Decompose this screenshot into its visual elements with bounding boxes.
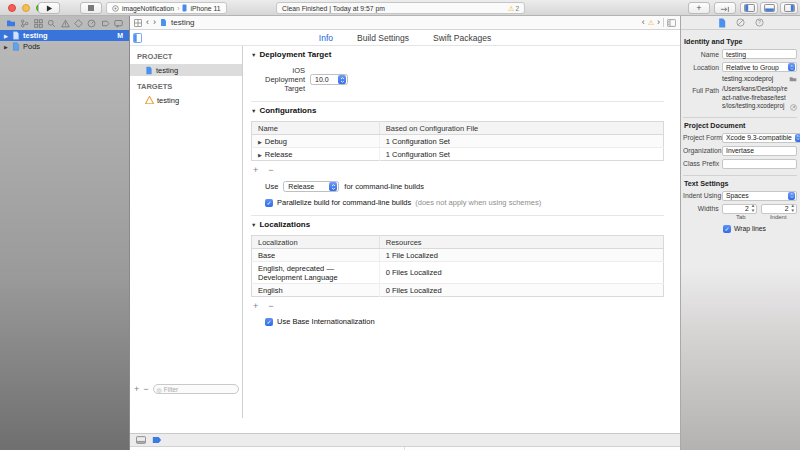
project-format-label: Project Format: [683, 133, 719, 142]
back-button[interactable]: ‹: [146, 18, 149, 27]
section-disclosure-icon[interactable]: ▼: [251, 108, 256, 114]
activity-viewer[interactable]: Clean Finished | Today at 9:57 pm ⚠ 2: [276, 2, 525, 14]
ios-deployment-dropdown[interactable]: 10.0: [310, 74, 348, 85]
spacer-label: [683, 75, 719, 77]
project-navigator-tab[interactable]: [6, 19, 16, 27]
base-internationalization-row[interactable]: ✓ Use Base Internationalization: [265, 317, 664, 326]
source-control-navigator-tab[interactable]: [20, 19, 29, 28]
run-button[interactable]: [38, 2, 60, 14]
scheme-name: imageNotification: [122, 5, 174, 12]
wrap-lines-checkbox-row[interactable]: ✓ Wrap lines: [723, 225, 797, 233]
disclosure-icon[interactable]: ▶: [4, 33, 9, 39]
quick-help-inspector-tab[interactable]: ?: [755, 18, 764, 27]
report-navigator-tab[interactable]: [114, 19, 123, 28]
test-navigator-tab[interactable]: [74, 19, 83, 28]
breakpoints-toggle-icon[interactable]: [152, 436, 162, 444]
checkbox-checked-icon[interactable]: ✓: [265, 318, 273, 326]
section-disclosure-icon[interactable]: ▼: [251, 222, 256, 228]
next-issue-button[interactable]: ›: [657, 18, 660, 27]
remove-target-button[interactable]: −: [143, 385, 148, 394]
configurations-section-header[interactable]: ▼ Configurations: [251, 106, 664, 115]
close-window-button[interactable]: [8, 4, 16, 12]
tab-info[interactable]: Info: [319, 33, 333, 43]
debug-area-toggle-button[interactable]: [760, 2, 778, 14]
name-field[interactable]: testing: [722, 49, 797, 59]
editor-arrows-button[interactable]: [714, 2, 736, 14]
remove-localization-button[interactable]: −: [268, 302, 273, 311]
stepper-arrows-icon[interactable]: ▲▼: [791, 204, 795, 212]
tab-width-stepper[interactable]: 2 ▲▼: [722, 204, 758, 214]
nav-item-testing-project[interactable]: ▶ testing M: [0, 30, 129, 41]
indent-width-stepper[interactable]: 2 ▲▼: [761, 204, 797, 214]
target-item-testing[interactable]: testing: [130, 94, 242, 106]
open-in-finder-arrow-icon[interactable]: [790, 104, 797, 111]
symbol-navigator-tab[interactable]: [34, 19, 43, 28]
add-localization-button[interactable]: +: [253, 302, 258, 311]
previous-issue-button[interactable]: ‹: [642, 18, 645, 27]
row-disclosure-icon[interactable]: ▶: [258, 139, 262, 145]
issue-triangle-icon: [61, 19, 70, 28]
scheme-selector[interactable]: imageNotification › iPhone 11: [106, 2, 227, 14]
dropdown-value: Xcode 9.3-compatible: [723, 134, 795, 141]
related-items-icon[interactable]: [134, 19, 142, 27]
wrap-lines-label: Wrap lines: [734, 225, 766, 232]
tab-swift-packages[interactable]: Swift Packages: [433, 33, 491, 43]
debug-navigator-tab[interactable]: [87, 19, 96, 28]
jumpbar-file-name[interactable]: testing: [171, 18, 195, 27]
project-item-testing[interactable]: testing: [130, 64, 242, 76]
column-header-resources[interactable]: Resources: [379, 236, 663, 249]
folder-icon[interactable]: [789, 76, 797, 82]
column-header-based-on[interactable]: Based on Configuration File: [379, 122, 663, 135]
editor-tab-strip: Info Build Settings Swift Packages: [130, 31, 680, 46]
name-row: Name testing: [683, 49, 797, 59]
indent-using-dropdown[interactable]: Spaces: [722, 191, 797, 201]
parallelize-checkbox-row[interactable]: ✓ Parallelize build for command-line bui…: [265, 198, 664, 207]
stepper-arrows-icon[interactable]: ▲▼: [751, 204, 755, 212]
remove-configuration-button[interactable]: −: [268, 166, 273, 175]
table-row[interactable]: English 0 Files Localized: [252, 284, 664, 297]
class-prefix-field[interactable]: [722, 159, 797, 169]
filter-input[interactable]: ◎ Filter: [153, 384, 239, 394]
breakpoint-tag-icon: [101, 19, 110, 28]
minimize-window-button[interactable]: [22, 4, 30, 12]
disclosure-icon[interactable]: ▶: [4, 44, 9, 50]
column-header-name[interactable]: Name: [252, 122, 380, 135]
library-add-button[interactable]: +: [688, 2, 710, 14]
breakpoint-navigator-tab[interactable]: [101, 19, 110, 28]
add-configuration-button[interactable]: +: [253, 166, 258, 175]
table-row[interactable]: ▶Debug 1 Configuration Set: [252, 135, 664, 148]
location-dropdown[interactable]: Relative to Group: [722, 62, 797, 72]
folder-icon: [6, 19, 16, 27]
navigator-toggle-button[interactable]: [740, 2, 758, 14]
table-row[interactable]: English, deprecated — Development Langua…: [252, 262, 664, 284]
table-row[interactable]: ▶Release 1 Configuration Set: [252, 148, 664, 161]
forward-button[interactable]: ›: [153, 18, 156, 27]
file-name-text: testing.xcodeproj: [722, 75, 787, 82]
checkbox-checked-icon[interactable]: ✓: [723, 225, 731, 233]
show-targets-list-toggle[interactable]: [133, 33, 142, 43]
dropdown-value: 10.0: [311, 76, 338, 83]
deployment-target-section-header[interactable]: ▼ Deployment Target: [251, 50, 664, 59]
localizations-section-header[interactable]: ▼ Localizations: [251, 220, 664, 229]
issue-navigator-tab[interactable]: [61, 19, 70, 28]
history-inspector-tab[interactable]: [736, 18, 745, 27]
organization-field[interactable]: Invertase: [722, 146, 797, 156]
row-disclosure-icon[interactable]: ▶: [258, 152, 262, 158]
find-navigator-tab[interactable]: [47, 19, 56, 28]
table-row[interactable]: Base 1 File Localized: [252, 249, 664, 262]
project-format-dropdown[interactable]: Xcode 9.3-compatible: [722, 133, 800, 143]
checkbox-checked-icon[interactable]: ✓: [265, 199, 273, 207]
add-target-button[interactable]: +: [134, 385, 139, 394]
command-line-config-dropdown[interactable]: Release: [283, 181, 339, 192]
section-disclosure-icon[interactable]: ▼: [251, 52, 256, 58]
hide-debug-area-icon[interactable]: [136, 436, 146, 444]
inspector-toggle-button[interactable]: [780, 2, 798, 14]
warning-badge[interactable]: ⚠ 2: [508, 5, 519, 12]
stop-button[interactable]: [80, 2, 102, 14]
editor-options-icon[interactable]: [667, 19, 676, 27]
column-header-localization[interactable]: Localization: [252, 236, 380, 249]
file-inspector-tab[interactable]: [718, 18, 726, 28]
info-settings-content: ▼ Deployment Target iOS Deployment Targe…: [243, 46, 680, 418]
nav-item-pods[interactable]: ▶ Pods: [0, 41, 129, 52]
tab-build-settings[interactable]: Build Settings: [357, 33, 409, 43]
